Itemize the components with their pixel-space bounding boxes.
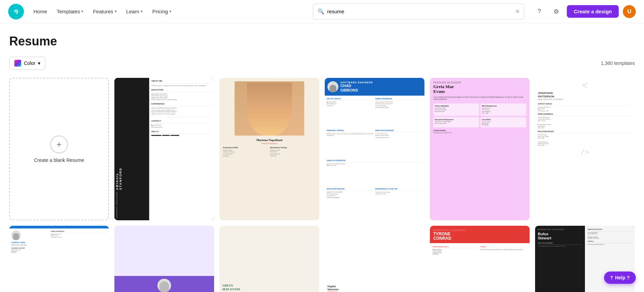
svg-point-1 (15, 11, 17, 12)
nav-home[interactable]: Home (29, 6, 51, 17)
color-filter-button[interactable]: Color ▾ (9, 57, 45, 70)
search-input[interactable] (327, 9, 513, 14)
template-card-aaron[interactable]: AARON LOEB PRESCHOOL TEACHER ACADEMIC HI… (9, 226, 109, 292)
settings-icon-btn[interactable]: ⚙ (550, 5, 563, 18)
template-card-abigail[interactable]: ABIGAILSTANFORD GRAPHIC DESIGNER ABOUT M… (114, 78, 214, 220)
nav-items: Home Templates ▾ Features ▾ Learn ▾ Pric… (29, 6, 305, 17)
search-icon: 🔍 (318, 8, 324, 15)
template-grid-row2: AARON LOEB PRESCHOOL TEACHER ACADEMIC HI… (9, 226, 635, 292)
color-chevron-icon: ▾ (38, 60, 40, 66)
pricing-chevron-icon: ▾ (169, 9, 171, 14)
main-content: Resume Color ▾ 1,360 templates + Create … (1, 23, 643, 292)
canva-logo[interactable] (8, 4, 24, 19)
template-card-brigitte[interactable]: Brigitte Schwartz Fashion Designer About… (114, 226, 214, 292)
page-title: Resume (9, 34, 635, 48)
filters-bar: Color ▾ 1,360 templates (9, 57, 635, 70)
create-blank-card[interactable]: + Create a blank Resume (9, 78, 109, 220)
nav-features[interactable]: Features ▾ (89, 6, 121, 17)
nav-right-actions: ? ⚙ Create a design U (533, 5, 636, 18)
template-card-jonathan[interactable]: < JONATHAN PATTERSON WEB DESIGN STUDENT … (535, 78, 635, 220)
template-card-greta[interactable]: FASHION BLOGGER Greta MaeEvans I am an e… (430, 78, 530, 220)
help-icon-btn[interactable]: ? (533, 5, 546, 18)
help-question-icon: ? (610, 275, 613, 280)
plus-icon: + (50, 136, 68, 153)
clear-search-icon[interactable]: ✕ (515, 8, 520, 15)
template-card-chad[interactable]: SOFTWARE ENGINEER CHADGIBBONS GET IN CON… (325, 78, 424, 220)
template-card-tyrone[interactable]: MARKETING ASSISTANT TYRONECONRAD Profess… (430, 226, 530, 292)
nav-learn[interactable]: Learn ▾ (122, 6, 147, 17)
features-chevron-icon: ▾ (115, 9, 117, 14)
template-count: 1,360 templates (601, 60, 635, 66)
user-avatar[interactable]: U (623, 5, 636, 18)
navbar: Home Templates ▾ Features ▾ Learn ▾ Pric… (0, 0, 644, 23)
nav-pricing[interactable]: Pricing ▾ (148, 6, 176, 17)
template-card-greta2[interactable]: GRETAMAE EVANS FASHION BLOGGER PROFILE O… (220, 226, 319, 292)
search-bar: 🔍 ✕ (313, 3, 524, 20)
create-blank-label: Create a blank Resume (34, 157, 84, 163)
template-card-digital[interactable]: DigitalMarketer Personal Profile Digital… (325, 226, 424, 292)
template-grid-row1: + Create a blank Resume ABIGAILSTANFORD … (9, 78, 635, 220)
color-swatch-icon (14, 60, 21, 67)
learn-chevron-icon: ▾ (141, 9, 143, 14)
nav-templates[interactable]: Templates ▾ (53, 6, 87, 17)
create-design-button[interactable]: Create a design (567, 5, 619, 18)
templates-chevron-icon: ▾ (81, 9, 83, 14)
help-button[interactable]: ? Help ? (604, 272, 636, 284)
template-card-mariana[interactable]: Mariana Napolitani Fashion Designer Prof… (220, 78, 319, 220)
